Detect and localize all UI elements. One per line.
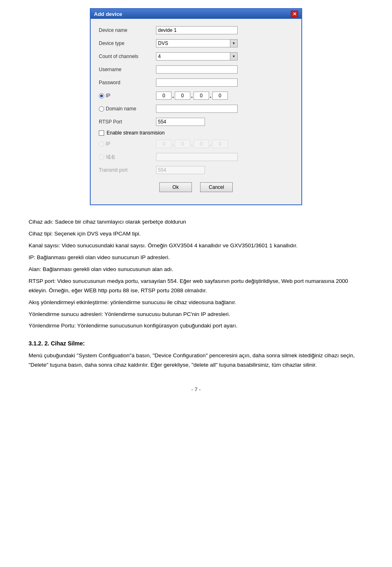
enable-stream-row: Enable stream transmision — [99, 130, 293, 136]
ip-octet-3[interactable] — [194, 92, 209, 100]
enable-stream-checkbox[interactable] — [99, 130, 104, 136]
stream-ip-label: IP — [106, 141, 110, 147]
dialog-title: Add device — [94, 11, 122, 17]
device-name-input[interactable] — [156, 26, 238, 34]
dialog-titlebar: Add device ✕ — [91, 9, 301, 19]
device-type-label: Device type — [99, 40, 156, 46]
content-para-7: Akış yönlendirmeyi etkinleştirme: yönlen… — [29, 298, 363, 307]
password-input[interactable] — [156, 78, 238, 87]
ip-radio[interactable] — [99, 93, 104, 99]
ip-radio-wrapper: IP — [99, 93, 156, 99]
username-row: Username — [99, 65, 293, 74]
device-type-arrow[interactable]: ▼ — [230, 40, 237, 47]
content-para-6: RTSP port: Video sunucusunun medya portu… — [29, 277, 363, 296]
ip-row: IP . . . — [99, 91, 293, 101]
stream-ip-row: IP . . . — [99, 139, 293, 149]
stream-ip-dot-3: . — [210, 141, 212, 147]
domain2-radio-wrapper: 域名 — [99, 154, 156, 161]
count-channels-value: 4 — [156, 54, 230, 59]
domain-radio[interactable] — [99, 106, 104, 112]
username-label: Username — [99, 67, 156, 72]
ip-dot-2: . — [191, 92, 193, 99]
password-row: Password — [99, 78, 293, 87]
stream-ip-radio — [99, 141, 104, 147]
domain2-label: 域名 — [106, 154, 116, 161]
device-type-value: DVS — [156, 40, 230, 46]
domain2-radio — [99, 155, 104, 160]
ip-label: IP — [106, 93, 110, 99]
device-type-row: Device type DVS ▼ — [99, 38, 293, 48]
domain-label: Domain name — [106, 106, 136, 112]
ok-button[interactable]: Ok — [159, 182, 192, 192]
enable-stream-label: Enable stream transmision — [107, 130, 165, 136]
stream-ip-dot-2: . — [191, 141, 193, 147]
content-para-2: Cihaz tipi: Seçenek için DVS veya IPCAM … — [29, 229, 363, 239]
domain-input[interactable] — [156, 105, 238, 113]
ip-octet-4[interactable] — [212, 92, 228, 100]
stream-ip-octet-1 — [156, 140, 172, 148]
content-para-5: Alan: Bağlanması gerekli olan video sunu… — [29, 265, 363, 274]
section-para: Menü çubuğundaki "System Configuation"a … — [29, 351, 363, 370]
ip-dot-1: . — [172, 92, 174, 99]
ip-octet-2[interactable] — [175, 92, 190, 100]
content-section: Cihaz adı: Sadece bir cihaz tanımlayıcı … — [29, 217, 363, 370]
content-para-9: Yönlendirme Portu: Yönlendirme sunucusun… — [29, 321, 363, 331]
username-input[interactable] — [156, 65, 238, 74]
content-para-3: Kanal sayısı: Video sunucusundaki kanal … — [29, 241, 363, 251]
ip-dot-3: . — [210, 92, 212, 99]
rtsp-port-label: RTSP Port — [99, 119, 156, 125]
page-footer: - 7 - — [24, 386, 368, 392]
transmit-port-input — [156, 166, 205, 174]
domain2-input — [156, 153, 238, 161]
count-channels-select[interactable]: 4 ▼ — [156, 52, 238, 61]
transmit-port-label: Transmit port — [99, 167, 156, 173]
device-name-row: Device name — [99, 25, 293, 35]
domain-row: Domain name — [99, 104, 293, 114]
stream-ip-radio-wrapper: IP — [99, 141, 156, 147]
stream-ip-dot-1: . — [172, 141, 174, 147]
stream-ip-input-group: . . . — [156, 140, 228, 148]
rtsp-port-input[interactable] — [156, 118, 205, 126]
count-channels-label: Count of channels — [99, 54, 156, 59]
section-heading: 3.1.2. 2. Cihaz Silme: — [29, 339, 363, 349]
add-device-dialog: Add device ✕ Device name Device type DVS… — [90, 8, 302, 205]
dialog-buttons: Ok Cancel — [99, 178, 293, 198]
content-para-8: Yönlendirme sunucu adresleri: Yönlendirm… — [29, 310, 363, 319]
count-channels-row: Count of channels 4 ▼ — [99, 52, 293, 61]
domain2-row: 域名 — [99, 152, 293, 162]
cancel-button[interactable]: Cancel — [200, 182, 233, 192]
ip-octet-1[interactable] — [156, 92, 172, 100]
password-label: Password — [99, 80, 156, 85]
stream-ip-octet-3 — [194, 140, 209, 148]
page-number: - 7 - — [191, 386, 200, 392]
count-channels-arrow[interactable]: ▼ — [230, 53, 237, 60]
device-type-select[interactable]: DVS ▼ — [156, 39, 238, 47]
device-name-label: Device name — [99, 27, 156, 33]
rtsp-port-row: RTSP Port — [99, 117, 293, 127]
ip-input-group: . . . — [156, 92, 228, 100]
content-para-4: IP: Bağlanması gerekli olan video sunucu… — [29, 253, 363, 262]
transmit-port-row: Transmit port — [99, 165, 293, 175]
content-para-1: Cihaz adı: Sadece bir cihaz tanımlayıcı … — [29, 217, 363, 227]
stream-ip-octet-4 — [212, 140, 228, 148]
dialog-body: Device name Device type DVS ▼ Count of c… — [91, 19, 301, 204]
domain-radio-wrapper: Domain name — [99, 106, 156, 112]
dialog-close-button[interactable]: ✕ — [291, 11, 298, 17]
stream-ip-octet-2 — [175, 140, 190, 148]
